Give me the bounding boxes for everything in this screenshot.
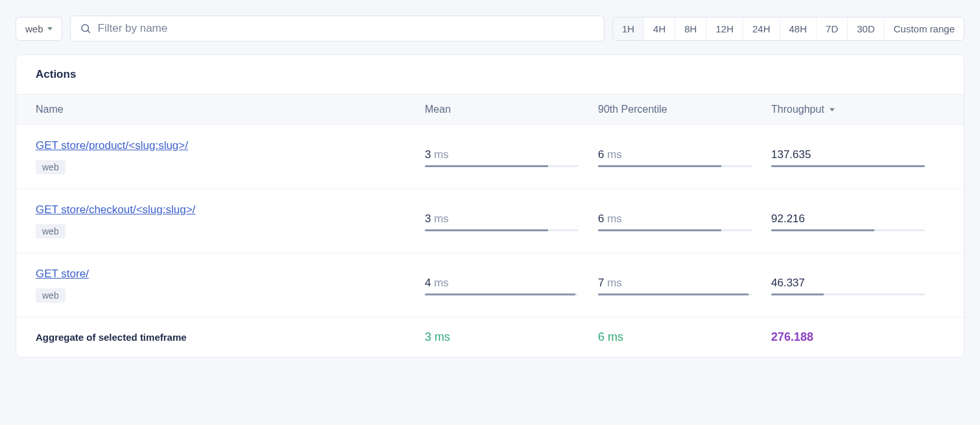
action-link[interactable]: GET store/ <box>36 268 89 281</box>
mean-cell: 4 ms <box>425 268 598 295</box>
range-1h[interactable]: 1H <box>613 17 644 40</box>
range-custom-range[interactable]: Custom range <box>885 17 964 40</box>
scope-tag: web <box>36 160 66 174</box>
p90-cell: 6 ms <box>598 203 771 231</box>
search-field-wrap[interactable] <box>70 16 604 41</box>
aggregate-throughput: 276.188 <box>771 330 944 344</box>
range-30d[interactable]: 30D <box>848 17 885 40</box>
table-row: GET store/ web 4 ms 7 ms 46.337 <box>16 253 964 317</box>
mean-cell: 3 ms <box>425 203 598 231</box>
col-header-p90[interactable]: 90th Percentile <box>598 104 771 115</box>
action-link[interactable]: GET store/product/<slug:slug>/ <box>36 139 188 152</box>
chevron-down-icon <box>830 108 835 111</box>
actions-panel: Actions Name Mean 90th Percentile Throug… <box>16 54 964 358</box>
panel-title: Actions <box>16 55 964 94</box>
scope-tag: web <box>36 288 66 303</box>
throughput-cell: 137.635 <box>771 139 944 167</box>
table-header: Name Mean 90th Percentile Throughput <box>16 94 964 125</box>
range-48h[interactable]: 48H <box>780 17 817 40</box>
svg-line-1 <box>88 30 90 32</box>
aggregate-mean: 3 ms <box>425 330 598 344</box>
search-input[interactable] <box>98 22 595 35</box>
table-row: GET store/product/<slug:slug>/ web 3 ms … <box>16 125 964 189</box>
svg-point-0 <box>82 25 89 32</box>
col-header-mean[interactable]: Mean <box>425 104 598 115</box>
range-7d[interactable]: 7D <box>817 17 848 40</box>
search-icon <box>80 23 91 34</box>
col-header-throughput[interactable]: Throughput <box>771 104 944 115</box>
aggregate-label: Aggregate of selected timeframe <box>36 332 425 343</box>
scope-tag: web <box>36 224 66 238</box>
range-12h[interactable]: 12H <box>706 17 743 40</box>
p90-cell: 6 ms <box>598 139 771 167</box>
col-header-throughput-label: Throughput <box>771 104 824 115</box>
col-header-name[interactable]: Name <box>36 104 425 115</box>
p90-cell: 7 ms <box>598 268 771 295</box>
time-range-group: 1H4H8H12H24H48H7D30DCustom range <box>612 17 964 41</box>
throughput-cell: 92.216 <box>771 203 944 231</box>
scope-select[interactable]: web <box>16 17 62 41</box>
scope-value: web <box>25 23 43 34</box>
range-4h[interactable]: 4H <box>644 17 675 40</box>
table-row: GET store/checkout/<slug:slug>/ web 3 ms… <box>16 189 964 253</box>
chevron-down-icon <box>47 27 53 30</box>
action-link[interactable]: GET store/checkout/<slug:slug>/ <box>36 203 195 216</box>
throughput-cell: 46.337 <box>771 268 944 295</box>
aggregate-row: Aggregate of selected timeframe 3 ms 6 m… <box>16 317 964 357</box>
aggregate-p90: 6 ms <box>598 330 771 344</box>
range-8h[interactable]: 8H <box>675 17 706 40</box>
range-24h[interactable]: 24H <box>743 17 780 40</box>
mean-cell: 3 ms <box>425 139 598 167</box>
toolbar: web 1H4H8H12H24H48H7D30DCustom range <box>16 16 964 41</box>
